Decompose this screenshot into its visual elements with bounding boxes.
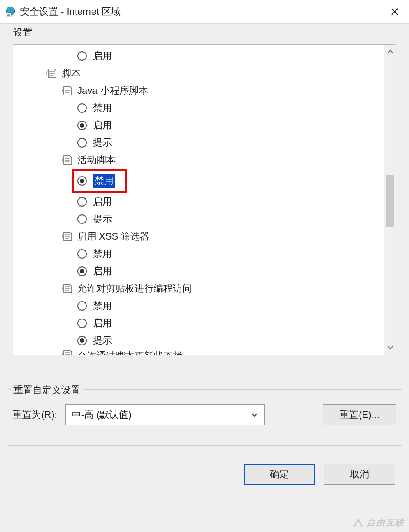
dialog-client-area: 设置 启用 脚本 — [0, 24, 409, 492]
reset-level-dropdown[interactable]: 中-高 (默认值) — [65, 404, 265, 425]
radio-icon — [77, 214, 87, 224]
close-icon — [390, 7, 399, 16]
subcategory-label: 启用 XSS 筛选器 — [77, 230, 149, 243]
settings-legend: 设置 — [11, 26, 35, 39]
subcategory-label: 活动脚本 — [77, 154, 115, 167]
radio-icon — [77, 138, 87, 148]
titlebar: 安全设置 - Internet 区域 — [0, 0, 409, 24]
dropdown-value: 中-高 (默认值) — [72, 408, 132, 421]
reset-button[interactable]: 重置(E)... — [323, 404, 396, 425]
radio-label: 启用 — [93, 195, 112, 208]
radio-option[interactable]: 禁用 — [16, 99, 394, 117]
tree-category-scripting: 脚本 — [16, 65, 394, 82]
script-item-icon — [62, 349, 73, 355]
script-category-icon — [46, 68, 57, 79]
category-label: 脚本 — [62, 67, 81, 80]
radio-label: 启用 — [93, 317, 112, 330]
button-label: 重置(E)... — [340, 408, 379, 421]
scroll-thumb[interactable] — [386, 175, 394, 227]
radio-option[interactable]: 启用 — [16, 263, 394, 280]
radio-label: 禁用 — [93, 102, 112, 115]
tree-subcategory-xss-filter: 启用 XSS 筛选器 — [16, 228, 394, 245]
radio-option[interactable]: 启用 — [16, 117, 394, 134]
tree-subcategory-truncated: 允许通过脚本更新状态栏 — [16, 349, 394, 355]
reset-to-label: 重置为(R): — [13, 408, 57, 421]
script-item-icon — [62, 283, 73, 294]
reset-legend: 重置自定义设置 — [11, 384, 83, 397]
radio-label: 启用 — [93, 265, 112, 278]
window-title: 安全设置 - Internet 区域 — [20, 5, 121, 18]
button-label: 确定 — [270, 468, 289, 481]
dialog-button-row: 确定 取消 — [7, 457, 402, 485]
subcategory-label: 允许通过脚本更新状态栏 — [77, 350, 182, 355]
scroll-up-icon[interactable] — [386, 48, 394, 56]
radio-icon — [77, 249, 87, 259]
watermark: 自由互联 — [353, 517, 405, 529]
watermark-text: 自由互联 — [366, 517, 405, 529]
radio-option[interactable]: 启用 — [16, 315, 394, 332]
radio-icon — [77, 197, 87, 207]
radio-option[interactable]: 禁用 — [16, 297, 394, 315]
radio-label: 禁用 — [93, 174, 115, 188]
radio-label: 提示 — [93, 136, 112, 149]
radio-icon — [77, 266, 87, 276]
ok-button[interactable]: 确定 — [244, 464, 315, 485]
radio-option[interactable]: 启用 — [16, 193, 394, 210]
radio-option[interactable]: 提示 — [16, 332, 394, 349]
svg-rect-1 — [6, 13, 11, 17]
radio-label: 提示 — [93, 213, 112, 226]
settings-groupbox: 设置 启用 脚本 — [7, 32, 402, 374]
radio-icon — [77, 176, 87, 186]
subcategory-label: Java 小程序脚本 — [77, 84, 148, 97]
radio-label: 启用 — [93, 49, 112, 62]
radio-icon — [77, 103, 87, 113]
svg-point-2 — [7, 14, 7, 15]
radio-option[interactable]: 提示 — [16, 134, 394, 151]
subcategory-label: 允许对剪贴板进行编程访问 — [77, 282, 192, 295]
security-settings-dialog: 安全设置 - Internet 区域 设置 启用 — [0, 0, 409, 532]
tree-subcategory-java-applet: Java 小程序脚本 — [16, 82, 394, 99]
radio-label: 启用 — [93, 119, 112, 132]
radio-icon — [77, 301, 87, 311]
radio-option-highlighted[interactable]: 禁用 — [72, 169, 127, 193]
radio-option[interactable]: 启用 — [16, 47, 394, 65]
chevron-down-icon — [251, 411, 258, 419]
cancel-button[interactable]: 取消 — [324, 464, 395, 485]
settings-tree[interactable]: 启用 脚本 Java 小程序脚本 — [13, 44, 396, 355]
script-item-icon — [62, 85, 73, 96]
script-item-icon — [62, 231, 73, 242]
radio-option[interactable]: 提示 — [16, 210, 394, 228]
scroll-down-icon[interactable] — [386, 343, 394, 351]
radio-icon — [77, 121, 87, 130]
tree-subcategory-active-scripting: 活动脚本 — [16, 151, 394, 169]
radio-label: 禁用 — [93, 299, 112, 312]
globe-settings-icon — [4, 6, 16, 18]
radio-label: 提示 — [93, 334, 112, 347]
button-label: 取消 — [350, 468, 369, 481]
radio-option[interactable]: 禁用 — [16, 245, 394, 263]
radio-icon — [77, 51, 87, 61]
reset-groupbox: 重置自定义设置 重置为(R): 中-高 (默认值) 重置(E)... — [7, 389, 402, 446]
close-button[interactable] — [385, 5, 405, 19]
script-item-icon — [62, 154, 73, 166]
radio-icon — [77, 319, 87, 328]
tree-content: 启用 脚本 Java 小程序脚本 — [13, 45, 396, 355]
watermark-icon — [353, 517, 364, 529]
tree-scrollbar[interactable] — [384, 45, 396, 355]
tree-subcategory-clipboard-access: 允许对剪贴板进行编程访问 — [16, 280, 394, 297]
radio-icon — [77, 336, 87, 345]
radio-label: 禁用 — [93, 247, 112, 260]
